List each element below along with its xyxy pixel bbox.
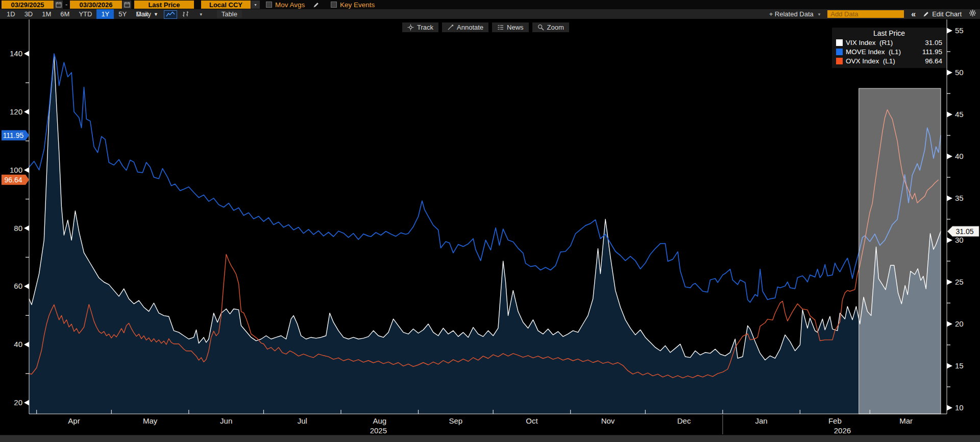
range-button-ytd[interactable]: YTD [74,9,96,19]
left-axis-label-120: 120 [10,107,22,116]
legend-item-vix[interactable]: VIX Index (R1)31.05 [836,39,942,46]
right-axis-label-45: 45 [955,110,964,119]
left-axis-tick-marker [24,109,29,114]
right-axis-tick-marker [947,405,952,411]
bar-chart-type-icon[interactable] [179,10,192,19]
study-field[interactable]: Last Price [134,1,194,9]
zoom-button[interactable]: Zoom [532,22,569,32]
collapse-panel-button[interactable]: « [911,10,916,19]
chart-action-bar: Track Annotate News Zoom [402,22,569,32]
chart-legend: Last Price VIX Index (R1)31.05MOVE Index… [832,28,946,68]
range-button-1d[interactable]: 1D [2,9,20,19]
left-axis-tick-marker [24,51,29,57]
key-events-checkbox[interactable] [331,2,337,8]
legend-title: Last Price [836,29,942,37]
range-button-1y[interactable]: 1Y [96,9,114,19]
legend-item-ovx[interactable]: OVX Index (L1)96.64 [836,57,942,65]
add-data-input[interactable] [827,10,904,18]
legend-series-name: OVX Index (L1) [846,57,895,65]
currency-dropdown-arrow[interactable]: ▾ [251,1,260,9]
settings-gear-icon[interactable] [969,9,976,19]
year-label-2025: 2025 [370,426,387,435]
left-axis-tick-marker [24,284,29,289]
date-range-separator: - [65,1,67,8]
right-axis-label-50: 50 [955,68,964,77]
period-dropdown[interactable]: Daily▼ [132,10,163,18]
range-button-6m[interactable]: 6M [56,9,74,19]
left-axis-tick-marker [24,342,29,347]
left-axis-label-100: 100 [10,166,22,174]
month-label-feb: Feb [828,416,842,425]
date-from-field[interactable]: 03/29/2025 [2,1,54,9]
edit-chart-button[interactable]: Edit Chart [923,10,962,18]
line-chart-type-icon[interactable] [164,10,177,19]
last-price-badge-text: 96.64 [4,176,22,184]
month-label-jun: Jun [220,416,232,425]
vix-area-fill [29,56,941,414]
bloomberg-chart-window: 1401201008060402055504540353025201510Apr… [0,0,980,442]
month-label-aug: Aug [373,416,386,425]
month-label-nov: Nov [601,416,615,425]
right-axis-label-15: 15 [955,361,964,370]
left-axis-tick-marker [24,167,29,173]
table-button[interactable]: Table [217,10,242,18]
left-axis-label-60: 60 [14,282,22,290]
key-events-label: Key Events [340,1,375,9]
calendar-icon[interactable] [54,1,63,9]
right-axis-tick-marker [947,112,952,118]
right-axis-tick-marker [947,196,952,201]
annotate-button[interactable]: Annotate [442,22,488,32]
vix-series-line [29,56,941,360]
right-axis-tick-marker [947,280,952,285]
pencil-icon [923,11,929,17]
crosshair-icon [407,24,414,31]
month-label-oct: Oct [526,416,538,425]
legend-series-name: VIX Index (R1) [846,39,893,46]
right-axis-label-55: 55 [955,26,964,35]
year-label-2026: 2026 [834,426,851,435]
currency-field[interactable]: Local CCY [201,1,251,9]
legend-swatch [836,58,843,64]
range-button-3d[interactable]: 3D [20,9,38,19]
range-button-1m[interactable]: 1M [37,9,56,19]
right-axis-tick-marker [947,321,952,327]
right-axis-tick-marker [947,28,952,34]
magnifier-icon [537,24,544,31]
date-to-field[interactable]: 03/30/2026 [70,1,122,9]
chart-type-dropdown-arrow[interactable]: ▾ [194,10,208,19]
left-axis-label-140: 140 [10,49,22,58]
right-axis-tick-marker [947,238,952,243]
mov-avgs-label: Mov Avgs [275,1,305,9]
legend-series-value: 96.64 [925,57,942,65]
last-price-badge-text: 111.95 [3,131,24,139]
right-axis-tick-marker [947,154,952,159]
left-axis-tick-marker [24,400,29,406]
calendar-icon[interactable] [122,1,131,9]
legend-series-value: 31.05 [925,39,942,46]
last-price-badge-text: 31.05 [955,227,973,236]
mov-avgs-checkbox[interactable] [266,2,272,8]
left-axis-label-20: 20 [14,398,22,407]
range-button-5y[interactable]: 5Y [114,9,131,19]
right-axis-label-40: 40 [955,152,964,160]
range-button-group: 1D3D1M6MYTD1Y5YMax [2,9,153,19]
left-axis-label-40: 40 [14,340,22,348]
month-label-dec: Dec [677,416,691,425]
news-button[interactable]: News [492,22,529,32]
move-series-line [29,54,941,303]
zoom-highlight-region[interactable] [859,88,941,414]
left-axis-tick-marker [24,225,29,231]
right-axis-label-20: 20 [955,319,964,328]
track-button[interactable]: Track [402,22,438,32]
annotate-line-icon [447,24,454,31]
legend-item-move[interactable]: MOVE Index (L1)111.95 [836,48,942,56]
right-axis-label-25: 25 [955,277,964,286]
legend-swatch [836,49,843,55]
bottom-panel-edge [0,435,980,442]
legend-series-name: MOVE Index (L1) [846,48,901,56]
right-axis-label-35: 35 [955,194,964,202]
month-label-jan: Jan [755,416,768,425]
month-label-apr: Apr [68,416,80,425]
month-label-mar: Mar [899,416,913,425]
related-data-button[interactable]: + Related Data▾ [769,10,821,18]
